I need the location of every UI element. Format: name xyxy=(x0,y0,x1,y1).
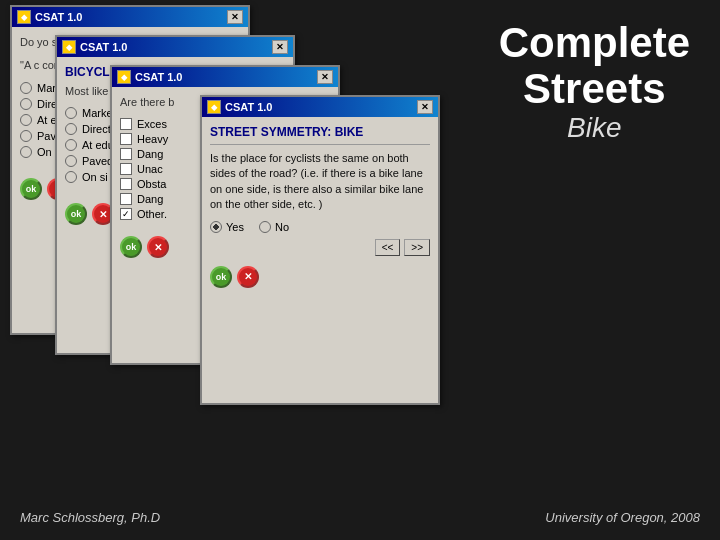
section-title-4: STREET SYMMETRY: BIKE xyxy=(210,125,430,139)
no-option[interactable]: No xyxy=(259,221,289,233)
title-line1: Complete xyxy=(499,20,690,66)
nav-forward-button[interactable]: >> xyxy=(404,239,430,256)
radio-circle xyxy=(20,114,32,126)
no-radio xyxy=(259,221,271,233)
close-button-3[interactable]: ✕ xyxy=(317,70,333,84)
page-title: Complete Streets Bike xyxy=(499,20,690,144)
cancel-button-4[interactable]: ✕ xyxy=(237,266,259,288)
cancel-button-3[interactable]: ✕ xyxy=(147,236,169,258)
button-row-4: ok ✕ xyxy=(210,266,430,288)
radio-circle xyxy=(65,139,77,151)
close-button-4[interactable]: ✕ xyxy=(417,100,433,114)
titlebar-1: ◆ CSAT 1.0 ✕ xyxy=(12,7,248,27)
close-button-2[interactable]: ✕ xyxy=(272,40,288,54)
ok-button-2[interactable]: ok xyxy=(65,203,87,225)
window-icon-1: ◆ xyxy=(17,10,31,24)
radio-circle xyxy=(65,123,77,135)
checkbox-label: Dang xyxy=(137,148,163,160)
close-button-1[interactable]: ✕ xyxy=(227,10,243,24)
titlebar-3: ◆ CSAT 1.0 ✕ xyxy=(112,67,338,87)
window-icon-4: ◆ xyxy=(207,100,221,114)
window-title-1: CSAT 1.0 xyxy=(35,11,82,23)
checkbox-box-checked xyxy=(120,208,132,220)
titlebar-left-4: ◆ CSAT 1.0 xyxy=(207,100,272,114)
window-title-2: CSAT 1.0 xyxy=(80,41,127,53)
window-title-4: CSAT 1.0 xyxy=(225,101,272,113)
checkbox-label: Exces xyxy=(137,118,167,130)
window-4: ◆ CSAT 1.0 ✕ STREET SYMMETRY: BIKE Is th… xyxy=(200,95,440,405)
nav-row-4: << >> xyxy=(210,239,430,256)
titlebar-left-2: ◆ CSAT 1.0 xyxy=(62,40,127,54)
title-line3: Bike xyxy=(499,112,690,144)
checkbox-box xyxy=(120,178,132,190)
radio-label: Paved xyxy=(82,155,113,167)
no-label: No xyxy=(275,221,289,233)
ok-button-4[interactable]: ok xyxy=(210,266,232,288)
checkbox-label: Obsta xyxy=(137,178,166,190)
yes-label: Yes xyxy=(226,221,244,233)
separator-4 xyxy=(210,144,430,145)
yes-option[interactable]: Yes xyxy=(210,221,244,233)
checkbox-label: Heavy xyxy=(137,133,168,145)
yes-no-group: Yes No xyxy=(210,221,430,233)
titlebar-4: ◆ CSAT 1.0 ✕ xyxy=(202,97,438,117)
checkbox-label: Unac xyxy=(137,163,163,175)
radio-circle xyxy=(20,146,32,158)
window-icon-2: ◆ xyxy=(62,40,76,54)
radio-circle xyxy=(20,98,32,110)
radio-circle xyxy=(65,155,77,167)
radio-circle xyxy=(20,130,32,142)
radio-circle xyxy=(65,107,77,119)
radio-circle xyxy=(20,82,32,94)
checkbox-box xyxy=(120,163,132,175)
titlebar-2: ◆ CSAT 1.0 ✕ xyxy=(57,37,293,57)
checkbox-box xyxy=(120,193,132,205)
titlebar-left-1: ◆ CSAT 1.0 xyxy=(17,10,82,24)
window-4-content: STREET SYMMETRY: BIKE Is the place for c… xyxy=(202,117,438,296)
radio-label: Direct xyxy=(82,123,111,135)
radio-label: Marke xyxy=(82,107,113,119)
ok-button-3[interactable]: ok xyxy=(120,236,142,258)
author-credit: Marc Schlossberg, Ph.D xyxy=(20,510,160,525)
ok-button-1[interactable]: ok xyxy=(20,178,42,200)
title-line2: Streets xyxy=(499,66,690,112)
question-text-4: Is the place for cyclists the same on bo… xyxy=(210,151,430,213)
checkbox-box xyxy=(120,133,132,145)
radio-label: On si xyxy=(82,171,108,183)
checkbox-label: Other. xyxy=(137,208,167,220)
radio-circle xyxy=(65,171,77,183)
yes-radio xyxy=(210,221,222,233)
nav-back-button[interactable]: << xyxy=(375,239,401,256)
checkbox-label: Dang xyxy=(137,193,163,205)
window-title-3: CSAT 1.0 xyxy=(135,71,182,83)
checkbox-box xyxy=(120,148,132,160)
university-credit: University of Oregon, 2008 xyxy=(545,510,700,525)
titlebar-left-3: ◆ CSAT 1.0 xyxy=(117,70,182,84)
checkbox-box xyxy=(120,118,132,130)
window-icon-3: ◆ xyxy=(117,70,131,84)
